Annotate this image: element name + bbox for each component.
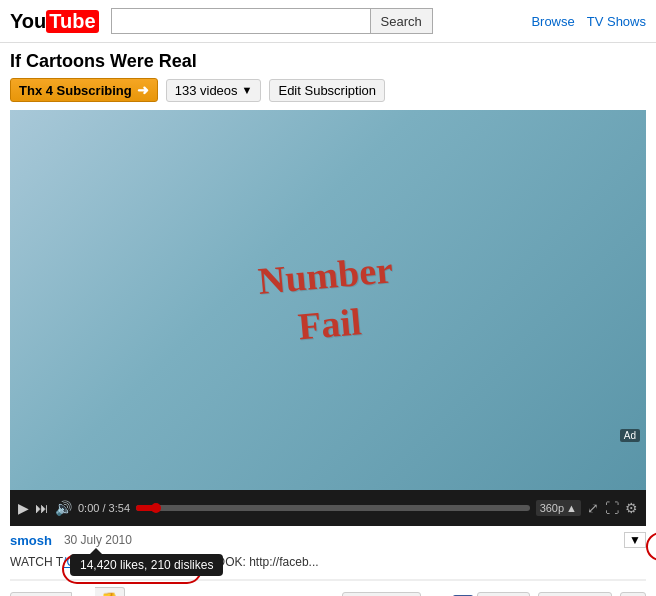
nav-links: Browse TV Shows [531,14,646,29]
dislike-button[interactable]: 👎 [95,587,125,596]
expand-icon[interactable]: ⤢ [587,500,599,516]
action-bar: 👍 Like 👎 Save to ▼ f Share <Embed> ⚐ [10,580,646,596]
views-box: 1,772 views [646,532,656,561]
videos-count-label: 133 videos [175,83,238,98]
save-to-button[interactable]: Save to ▼ [342,592,421,596]
video-player[interactable]: Number Fail Ad [10,110,646,490]
browse-link[interactable]: Browse [531,14,574,29]
embed-button[interactable]: <Embed> [538,592,612,596]
video-thumbnail-text: Number Fail [256,245,399,355]
quality-button[interactable]: 360p ▲ [536,500,581,516]
video-controls: ▶ ⏭ 🔊 0:00 / 3:54 360p ▲ ⤢ ⛶ ⚙ [10,490,646,526]
next-button[interactable]: ⏭ [35,500,49,516]
videos-dropdown-icon: ▼ [242,84,253,96]
channel-bar: Thx 4 Subscribing ➜ 133 videos ▼ Edit Su… [10,78,646,102]
volume-icon[interactable]: 🔊 [55,500,72,516]
tvshows-link[interactable]: TV Shows [587,14,646,29]
content: If Cartoons Were Real Thx 4 Subscribing … [0,43,656,596]
search-button[interactable]: Search [371,8,433,34]
videos-count-button[interactable]: 133 videos ▼ [166,79,262,102]
settings-icon[interactable]: ⚙ [625,500,638,516]
like-button[interactable]: 👍 Like [10,592,72,596]
ad-badge: Ad [620,429,640,442]
time-display: 0:00 / 3:54 [78,502,130,514]
share-button[interactable]: Share [477,592,530,596]
play-button[interactable]: ▶ [18,500,29,516]
fullscreen-icon[interactable]: ⛶ [605,500,619,516]
subscribe-button[interactable]: Thx 4 Subscribing ➜ [10,78,158,102]
progress-dot [151,503,161,513]
logo-tube: Tube [46,10,98,33]
description-link[interactable]: /CartoonExtras [63,555,143,569]
thumbsdown-icon: 👎 [101,592,118,596]
flag-button[interactable]: ⚐ [620,592,646,596]
video-description: WATCH T/CartoonExtras OUR FACEBOOK: http… [10,551,646,573]
header: YouTube Search Browse TV Shows [0,0,656,43]
search-box: Search [111,8,516,34]
subscribe-arrow-icon: ➜ [137,82,149,98]
video-date: 30 July 2010 [64,533,618,547]
share-area: f Share [429,592,530,596]
quality-label: 360p [540,502,564,514]
search-input[interactable] [111,8,371,34]
channel-title: If Cartoons Were Real [10,51,646,72]
quality-arrow-icon: ▲ [566,502,577,514]
progress-bar[interactable] [136,505,530,511]
more-button[interactable]: ▼ [624,532,646,548]
youtube-logo[interactable]: YouTube [10,10,99,33]
logo-you: You [10,10,46,33]
channel-name-link[interactable]: smosh [10,533,52,548]
edit-subscription-button[interactable]: Edit Subscription [269,79,385,102]
video-info-bar: smosh 30 July 2010 ▼ WATCH T/CartoonExtr… [10,526,646,580]
subscribe-label: Thx 4 Subscribing [19,83,132,98]
